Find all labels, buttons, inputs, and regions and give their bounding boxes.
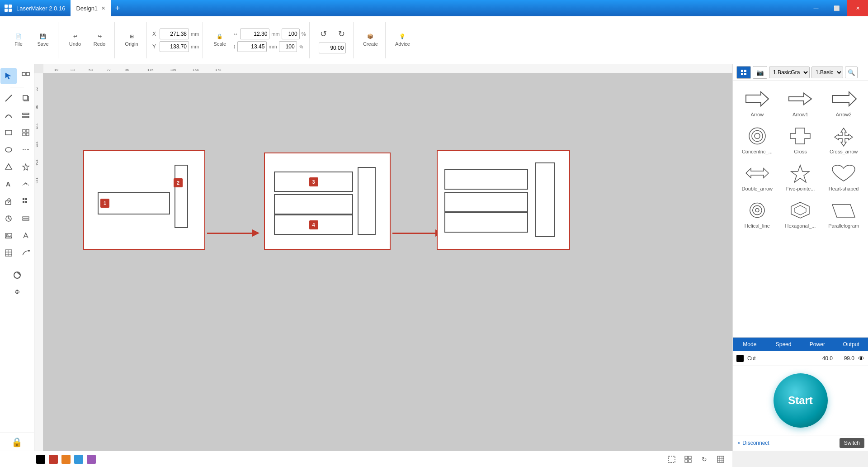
text-tools: A A	[0, 176, 34, 192]
shape-icon-heart	[830, 162, 857, 184]
design-box-1[interactable]: 1 2	[83, 150, 205, 250]
preset-select[interactable]: 1.Basic	[811, 67, 843, 78]
active-tab[interactable]: Design1 ✕	[71, 0, 111, 16]
canvas-area[interactable]: 19 38 58 77 96 115 135 154 173 77 96 115…	[34, 64, 732, 451]
shape-item-arrow[interactable]: Arrow	[736, 85, 778, 120]
undo-label: Undo	[69, 41, 81, 47]
color-orange[interactable]	[61, 455, 71, 464]
grid-view-button[interactable]	[736, 66, 751, 79]
close-button[interactable]: ✕	[847, 0, 868, 16]
text-on-path-tool[interactable]: A	[18, 176, 34, 192]
shape-item-helical[interactable]: Helical_line	[736, 196, 778, 231]
shape-item-double-arrow[interactable]: Double_arrow	[736, 159, 778, 194]
lock-icon[interactable]: 🔒	[11, 437, 23, 448]
scale-button[interactable]: 🔒 Scale	[208, 31, 231, 49]
rect-tool[interactable]	[0, 124, 17, 141]
laser-tab-output[interactable]: Output	[834, 338, 868, 351]
file-label: File	[14, 41, 23, 47]
rotate-ccw-button[interactable]: ↺	[315, 27, 331, 41]
laser-tab-mode[interactable]: Mode	[733, 338, 767, 351]
table-button[interactable]	[714, 453, 727, 466]
disconnect-button[interactable]: ⚬ Disconnect	[736, 440, 769, 446]
save-icon: 💾	[40, 33, 46, 39]
refresh-button[interactable]: ↻	[698, 453, 711, 466]
text-tool[interactable]: A	[0, 176, 17, 192]
svg-rect-16	[26, 133, 29, 136]
shape-item-heart[interactable]: Heart-shaped	[823, 159, 864, 194]
advice-button[interactable]: 💡 Advice	[391, 31, 414, 49]
design-box-3[interactable]	[437, 150, 570, 250]
laser-eye-icon[interactable]: 👁	[858, 355, 864, 362]
shape-item-concentric[interactable]: Concentric_...	[736, 122, 778, 157]
create-button[interactable]: 📦 Create	[359, 31, 382, 49]
node-tool[interactable]	[18, 68, 34, 84]
svg-rect-26	[23, 198, 24, 200]
camera-button[interactable]: 📷	[753, 66, 767, 79]
laser-tab-speed[interactable]: Speed	[767, 338, 801, 351]
w-pct-input[interactable]	[282, 29, 300, 39]
shape-item-parallelogram[interactable]: Parallelogram	[823, 196, 864, 231]
laser-tab-power[interactable]: Power	[801, 338, 835, 351]
ellipse-tool[interactable]	[0, 142, 17, 158]
color-blue[interactable]	[74, 455, 83, 464]
file-button[interactable]: 📄 File	[7, 31, 30, 49]
add-tab-button[interactable]: +	[111, 2, 124, 14]
select-all-button[interactable]	[665, 453, 678, 466]
start-button[interactable]: Start	[774, 373, 828, 428]
align-tool[interactable]	[18, 107, 34, 124]
shape-item-arrow2[interactable]: Arrow2	[823, 85, 864, 120]
color-purple[interactable]	[87, 455, 96, 464]
table-tool[interactable]	[0, 245, 17, 261]
divider-2	[10, 264, 24, 264]
shape-item-hexagonal[interactable]: Hexagonal_...	[780, 196, 821, 231]
pattern-tool[interactable]	[18, 193, 34, 210]
origin-button[interactable]: ⊞ Origin	[120, 31, 143, 49]
y-input[interactable]	[160, 41, 189, 52]
shape-item-cross[interactable]: Cross	[780, 122, 821, 157]
shape-item-arrow1[interactable]: Arrow1	[780, 85, 821, 120]
tab-close-icon[interactable]: ✕	[101, 5, 105, 11]
save-button[interactable]: 💾 Save	[32, 31, 54, 49]
x-input[interactable]	[160, 29, 189, 39]
copy-tool[interactable]	[18, 90, 34, 106]
polygon-tool[interactable]	[0, 159, 17, 175]
library-select[interactable]: 1.BasicGra	[769, 67, 810, 78]
grid-tool[interactable]	[18, 124, 34, 141]
color-red[interactable]	[49, 455, 58, 464]
layers-tool[interactable]	[18, 210, 34, 227]
canvas[interactable]: 1 2 3	[43, 73, 732, 451]
h-input[interactable]	[237, 41, 267, 52]
shape-item-cross-arrow[interactable]: Cross_arrow	[823, 122, 864, 157]
path-tool[interactable]	[18, 245, 34, 261]
svg-rect-28	[23, 201, 24, 203]
rotate-cw-button[interactable]: ↻	[333, 27, 349, 41]
redo-button[interactable]: ↪ Redo	[88, 31, 111, 49]
line-tool[interactable]	[0, 90, 17, 106]
dash-tool[interactable]	[18, 142, 34, 158]
loading-tool[interactable]	[9, 267, 25, 283]
w-input[interactable]	[240, 29, 269, 39]
shape-item-five-pointed[interactable]: Five-pointe...	[780, 159, 821, 194]
eraser-tool[interactable]	[0, 193, 17, 210]
select-tool[interactable]	[0, 68, 17, 84]
group-button[interactable]	[682, 453, 694, 466]
switch-button[interactable]: Switch	[840, 438, 864, 448]
minimize-button[interactable]: —	[806, 0, 826, 16]
maximize-button[interactable]: ⬜	[826, 0, 847, 16]
h-pct-input[interactable]	[279, 41, 297, 52]
laser-power-val: 99.0	[836, 355, 854, 362]
shape-bar-2	[358, 167, 376, 235]
undo-button[interactable]: ↩ Undo	[64, 31, 86, 49]
import-tool[interactable]	[0, 228, 17, 244]
laser-tabs: Mode Speed Power Output	[733, 338, 868, 351]
extra-tool[interactable]	[9, 284, 25, 300]
search-button[interactable]: 🔍	[845, 67, 858, 78]
design-box-2[interactable]: 3 4	[264, 152, 391, 250]
color-black[interactable]	[36, 455, 45, 464]
star-tool[interactable]	[18, 159, 34, 175]
curve-tool[interactable]	[0, 107, 17, 124]
svg-rect-39	[5, 250, 12, 256]
engrave-tool[interactable]	[18, 228, 34, 244]
measure-tool[interactable]	[0, 210, 17, 227]
angle-input[interactable]	[319, 43, 346, 53]
